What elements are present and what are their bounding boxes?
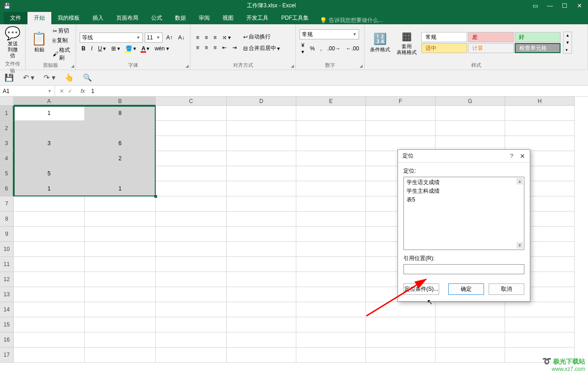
italic-button[interactable]: I xyxy=(89,44,94,53)
cell[interactable] xyxy=(227,317,296,332)
cell[interactable] xyxy=(227,348,296,363)
close-icon[interactable]: ✕ xyxy=(520,152,525,160)
number-format-combo[interactable]: 常规▼ xyxy=(299,29,359,39)
increase-font-button[interactable]: A↑ xyxy=(164,33,174,42)
close-icon[interactable]: ✕ xyxy=(572,0,586,11)
cell[interactable] xyxy=(296,121,366,136)
maximize-icon[interactable]: ☐ xyxy=(558,0,572,11)
underline-button[interactable]: U ▾ xyxy=(96,44,108,53)
save-button[interactable]: 💾 xyxy=(5,73,14,82)
cell[interactable] xyxy=(227,106,296,121)
cell[interactable] xyxy=(14,257,85,272)
cell[interactable] xyxy=(227,196,296,212)
cell[interactable] xyxy=(156,302,227,317)
phonetic-button[interactable]: wén ▾ xyxy=(153,44,171,53)
cell[interactable] xyxy=(296,332,366,348)
style-calc[interactable]: 计算 xyxy=(468,43,514,53)
ribbon-options-icon[interactable]: ▭ xyxy=(528,0,542,11)
cell[interactable] xyxy=(296,257,366,272)
bold-button[interactable]: B xyxy=(80,44,87,53)
dialog-titlebar[interactable]: 定位 ? ✕ xyxy=(398,150,530,163)
tab-review[interactable]: 审阅 xyxy=(192,12,216,24)
font-name-combo[interactable]: 等线▼ xyxy=(80,33,143,43)
col-header[interactable]: C xyxy=(156,97,227,106)
cell[interactable] xyxy=(156,151,227,166)
undo-button[interactable]: ↶ ▾ xyxy=(23,73,34,82)
cell[interactable] xyxy=(296,166,366,181)
cell[interactable] xyxy=(156,227,227,242)
reference-input[interactable] xyxy=(403,264,524,274)
tab-data[interactable]: 数据 xyxy=(169,12,192,24)
style-normal[interactable]: 常规 xyxy=(421,32,467,42)
cell[interactable] xyxy=(227,136,296,151)
cell[interactable] xyxy=(296,196,366,212)
row-header[interactable]: 12 xyxy=(0,272,14,287)
cell[interactable] xyxy=(156,196,227,212)
cancel-button[interactable]: 取消 xyxy=(489,283,524,295)
cell[interactable] xyxy=(366,348,436,363)
row-header[interactable]: 5 xyxy=(0,166,14,181)
cell[interactable] xyxy=(296,302,366,317)
cell[interactable] xyxy=(14,272,85,287)
style-check[interactable]: 检查单元格 xyxy=(515,43,561,53)
cell[interactable] xyxy=(85,121,156,136)
cell[interactable] xyxy=(85,227,156,242)
row-header[interactable]: 3 xyxy=(0,136,14,151)
cell[interactable] xyxy=(14,196,85,212)
number-launcher-icon[interactable]: ◢ xyxy=(359,64,363,68)
cell[interactable] xyxy=(227,272,296,287)
cell[interactable] xyxy=(296,151,366,166)
tab-my-templates[interactable]: 我的模板 xyxy=(51,12,86,24)
cell[interactable] xyxy=(85,332,156,348)
cell[interactable]: 1 xyxy=(14,106,85,121)
cell[interactable] xyxy=(436,302,505,317)
align-middle-button[interactable]: ≡ xyxy=(203,33,210,42)
fill-handle[interactable] xyxy=(154,195,157,198)
cell[interactable] xyxy=(227,212,296,227)
cell[interactable] xyxy=(85,196,156,212)
styles-down-icon[interactable]: ▼ xyxy=(564,39,572,46)
cell[interactable] xyxy=(85,348,156,363)
cell[interactable] xyxy=(227,151,296,166)
cell[interactable] xyxy=(436,348,505,363)
cell[interactable]: 5 xyxy=(14,166,85,181)
cell[interactable] xyxy=(85,287,156,302)
cell[interactable] xyxy=(227,121,296,136)
row-header[interactable]: 7 xyxy=(0,196,14,212)
orientation-button[interactable]: ⤭ ▾ xyxy=(220,33,233,42)
border-button[interactable]: ⊞ ▾ xyxy=(109,44,122,53)
cell[interactable]: 2 xyxy=(85,151,156,166)
cell[interactable] xyxy=(366,106,436,121)
cell[interactable] xyxy=(505,106,575,121)
tell-me[interactable]: 💡 告诉我您想要做什么... xyxy=(315,16,383,24)
cell[interactable] xyxy=(14,317,85,332)
clipboard-launcher-icon[interactable]: ◢ xyxy=(71,64,74,68)
align-right-button[interactable]: ≡ xyxy=(212,43,218,52)
cell[interactable] xyxy=(366,317,436,332)
cell[interactable] xyxy=(227,332,296,348)
formula-input[interactable]: 1 xyxy=(88,88,588,94)
cell[interactable] xyxy=(436,121,505,136)
row-header[interactable]: 6 xyxy=(0,181,14,196)
col-header[interactable]: G xyxy=(436,97,505,106)
row-header[interactable]: 1 xyxy=(0,106,14,121)
col-header[interactable]: H xyxy=(505,97,575,106)
align-left-button[interactable]: ≡ xyxy=(194,43,201,52)
row-header[interactable]: 11 xyxy=(0,257,14,272)
cell[interactable] xyxy=(156,181,227,196)
cell[interactable] xyxy=(156,212,227,227)
cell[interactable] xyxy=(227,242,296,257)
cell[interactable] xyxy=(14,242,85,257)
cell[interactable] xyxy=(366,121,436,136)
cell[interactable] xyxy=(505,317,575,332)
format-painter-button[interactable]: 🖌格式刷 xyxy=(51,45,72,63)
format-table-button[interactable]: ▦ 套用 表格格式 xyxy=(395,29,419,56)
cell[interactable] xyxy=(14,212,85,227)
scroll-up-icon[interactable]: ▲ xyxy=(517,178,523,185)
print-preview-button[interactable]: 🔍 xyxy=(83,73,92,82)
cond-format-button[interactable]: 🔢 条件格式 xyxy=(368,32,392,54)
col-header[interactable]: E xyxy=(296,97,366,106)
list-item[interactable]: 表5 xyxy=(405,196,523,204)
align-top-button[interactable]: ≡ xyxy=(194,33,201,42)
special-button[interactable]: 定位条件(S)... xyxy=(403,283,439,295)
